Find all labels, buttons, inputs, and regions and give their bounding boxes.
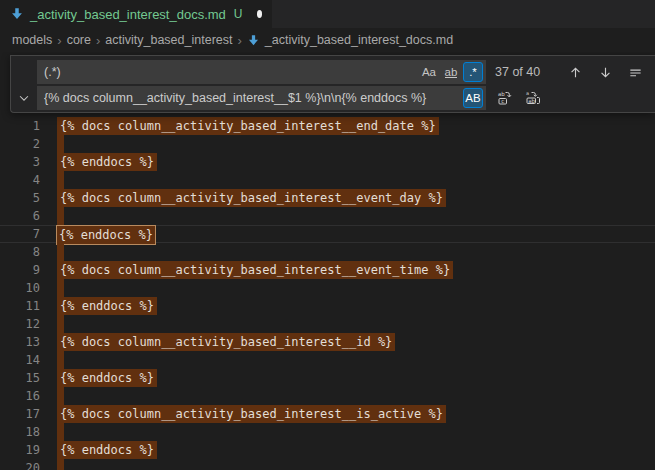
editor-line[interactable]: 12 [0, 315, 655, 333]
find-match-highlight [57, 351, 64, 369]
line-number[interactable]: 3 [0, 153, 40, 171]
editor-line[interactable]: 2 [0, 135, 655, 153]
line-number[interactable]: 8 [0, 243, 40, 261]
line-number[interactable]: 1 [0, 117, 40, 135]
toggle-replace-button[interactable] [11, 91, 37, 105]
svg-text:c: c [501, 98, 504, 104]
line-content[interactable] [40, 243, 655, 261]
breadcrumb-item-core[interactable]: core [67, 33, 91, 47]
find-in-selection-button[interactable] [625, 62, 646, 83]
line-number[interactable]: 15 [0, 369, 40, 387]
replace-row: AB ab c a [11, 86, 651, 110]
line-number[interactable]: 6 [0, 207, 40, 225]
line-number[interactable]: 10 [0, 279, 40, 297]
line-content[interactable]: {% enddocs %} [40, 153, 655, 171]
previous-match-button[interactable] [565, 62, 586, 83]
replace-button[interactable]: ab c [494, 88, 515, 109]
line-number[interactable]: 2 [0, 135, 40, 153]
line-number[interactable]: 7 [0, 225, 40, 243]
tab-filename: _activity_based_interest_docs.md [30, 7, 226, 22]
breadcrumb-item-file[interactable]: _activity_based_interest_docs.md [247, 33, 453, 47]
preserve-case-toggle[interactable]: AB [463, 88, 483, 108]
editor-line[interactable]: 17{% docs column__activity_based_interes… [0, 405, 655, 423]
chevron-right-icon: › [237, 33, 241, 48]
editor-line[interactable]: 3{% enddocs %} [0, 153, 655, 171]
line-content[interactable]: {% enddocs %} [40, 369, 655, 387]
editor-line[interactable]: 15{% enddocs %} [0, 369, 655, 387]
find-match-highlight: {% docs column__activity_based_interest_… [57, 261, 453, 279]
match-count: 37 of 40 [495, 65, 557, 79]
line-content[interactable]: {% enddocs %} [40, 441, 655, 459]
line-number[interactable]: 16 [0, 387, 40, 405]
find-match-highlight [57, 459, 64, 470]
modified-dot-icon[interactable] [257, 10, 262, 18]
line-number[interactable]: 13 [0, 333, 40, 351]
editor-line[interactable]: 1{% docs column__activity_based_interest… [0, 117, 655, 135]
editor-line[interactable]: 4 [0, 171, 655, 189]
editor-line[interactable]: 5{% docs column__activity_based_interest… [0, 189, 655, 207]
editor-line[interactable]: 11{% enddocs %} [0, 297, 655, 315]
line-content[interactable]: {% docs column__activity_based_interest_… [40, 261, 655, 279]
line-content[interactable] [40, 315, 655, 333]
line-number[interactable]: 14 [0, 351, 40, 369]
breadcrumb-item-activity-based-interest[interactable]: activity_based_interest [105, 33, 232, 47]
line-number[interactable]: 11 [0, 297, 40, 315]
line-number[interactable]: 9 [0, 261, 40, 279]
line-content[interactable] [40, 135, 655, 153]
line-content[interactable]: {% docs column__activity_based_interest_… [40, 189, 655, 207]
editor-line[interactable]: 6 [0, 207, 655, 225]
line-content[interactable] [40, 459, 655, 470]
chevron-down-icon [17, 91, 31, 105]
chevron-right-icon: › [96, 33, 100, 48]
editor-line[interactable]: 14 [0, 351, 655, 369]
editor-line[interactable]: 19{% enddocs %} [0, 441, 655, 459]
replace-all-button[interactable]: a ab [522, 88, 543, 109]
editor-line[interactable]: 18 [0, 423, 655, 441]
find-nav-buttons [565, 62, 655, 83]
find-match-highlight: {% enddocs %} [57, 153, 157, 171]
line-content[interactable] [40, 171, 655, 189]
find-match-highlight: {% docs column__activity_based_interest_… [57, 405, 446, 423]
line-content[interactable] [40, 387, 655, 405]
editor-line[interactable]: 20 [0, 459, 655, 470]
line-content[interactable] [40, 351, 655, 369]
editor-line[interactable]: 7{% enddocs %} [0, 225, 655, 243]
editor-line[interactable]: 9{% docs column__activity_based_interest… [0, 261, 655, 279]
editor-line[interactable]: 10 [0, 279, 655, 297]
find-options: Aa ab .* [419, 62, 483, 82]
line-number[interactable]: 19 [0, 441, 40, 459]
line-number[interactable]: 17 [0, 405, 40, 423]
line-content[interactable] [40, 279, 655, 297]
find-match-highlight [57, 423, 64, 441]
editor-tab[interactable]: _activity_based_interest_docs.md U [0, 0, 272, 28]
line-content[interactable]: {% enddocs %} [40, 225, 655, 243]
find-match-highlight: {% docs column__activity_based_interest_… [57, 333, 395, 351]
regex-toggle[interactable]: .* [463, 62, 483, 82]
find-input-wrap: Aa ab .* [37, 60, 486, 84]
line-number[interactable]: 20 [0, 459, 40, 470]
line-content[interactable]: {% docs column__activity_based_interest_… [40, 333, 655, 351]
editor-pane[interactable]: Aa ab .* 37 of 40 [0, 52, 655, 470]
line-content[interactable] [40, 423, 655, 441]
line-content[interactable]: {% docs column__activity_based_interest_… [40, 405, 655, 423]
vscode-window: _activity_based_interest_docs.md U model… [0, 0, 655, 470]
chevron-right-icon: › [57, 33, 61, 48]
line-number[interactable]: 4 [0, 171, 40, 189]
line-content[interactable]: {% enddocs %} [40, 297, 655, 315]
editor-line[interactable]: 8 [0, 243, 655, 261]
next-match-button[interactable] [595, 62, 616, 83]
breadcrumb-item-models[interactable]: models [12, 33, 52, 47]
markdown-file-icon [10, 7, 24, 21]
editor-line[interactable]: 13{% docs column__activity_based_interes… [0, 333, 655, 351]
git-status-badge: U [234, 7, 243, 21]
replace-input[interactable] [37, 86, 486, 110]
line-content[interactable]: {% docs column__activity_based_interest_… [40, 117, 655, 135]
whole-word-toggle[interactable]: ab [441, 62, 461, 82]
line-content[interactable] [40, 207, 655, 225]
line-number[interactable]: 12 [0, 315, 40, 333]
line-number[interactable]: 18 [0, 423, 40, 441]
line-number[interactable]: 5 [0, 189, 40, 207]
editor-line[interactable]: 16 [0, 387, 655, 405]
current-find-match: {% enddocs %} [56, 225, 156, 245]
match-case-toggle[interactable]: Aa [419, 62, 439, 82]
